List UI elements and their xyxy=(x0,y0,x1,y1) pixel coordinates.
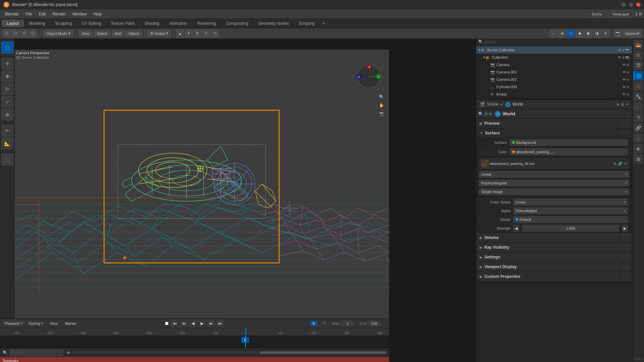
extension-dropdown[interactable]: Single Image ▾ xyxy=(479,188,629,195)
world-name-label[interactable]: World xyxy=(503,111,515,116)
grid-snap-btn[interactable]: ⌗ xyxy=(202,29,210,38)
hand-icon[interactable]: ✋ xyxy=(378,102,385,109)
outliner-item-empty[interactable]: ✛ Empty 👁 ⊕ xyxy=(476,90,632,98)
icon-toolbar-2[interactable]: ⬡ xyxy=(11,29,19,38)
object-mode-button[interactable]: Object Mode▾ xyxy=(43,30,73,37)
add-cube-tool[interactable]: ⬛ xyxy=(1,154,13,166)
icon-toolbar-4[interactable]: ⬡ xyxy=(29,29,37,38)
scene-selector[interactable]: Scene xyxy=(588,11,606,17)
prev-keyframe-btn[interactable]: ⏮ xyxy=(180,319,188,327)
scale-tool[interactable]: ⤢ xyxy=(1,96,13,108)
custom-props-pin[interactable]: ⋮⋮ xyxy=(622,275,629,279)
preview-header[interactable]: ▶ Preview ⋮⋮ xyxy=(476,119,632,128)
prop-search-icon[interactable]: 🔍 xyxy=(478,112,483,116)
navigation-gizmo[interactable]: Y -X Z xyxy=(356,63,382,90)
prop-layout-icon[interactable]: ⊞ xyxy=(484,112,488,116)
interpolation-dropdown[interactable]: Linear ▾ xyxy=(479,171,629,178)
rotate-tool[interactable]: ↻ xyxy=(1,83,13,95)
volume-header[interactable]: ▶ Volume ⋮⋮ xyxy=(476,233,632,242)
options-btn[interactable]: Options▾ xyxy=(623,29,641,38)
render-view-btn[interactable]: ◑ xyxy=(593,29,601,38)
solid-btn[interactable]: ◆ xyxy=(576,29,584,38)
prop-icon-output[interactable]: 📤 xyxy=(634,40,643,49)
settings-pin[interactable]: ⋮⋮ xyxy=(622,255,629,259)
custom-props-header[interactable]: ▶ Custom Properties ⋮⋮ xyxy=(476,272,632,281)
prop-nav-copy-icon[interactable]: ⊕ xyxy=(616,102,620,107)
start-value[interactable]: 1 xyxy=(341,321,354,326)
prop-icon-data[interactable]: △ xyxy=(634,133,643,143)
camera-view-btn[interactable]: 📷 xyxy=(614,29,622,38)
preview-pin-icon[interactable]: ⋮⋮ xyxy=(622,122,629,125)
timeline-tracks[interactable]: 0 xyxy=(0,336,389,348)
tab-rendering[interactable]: Rendering xyxy=(192,20,221,27)
menu-help[interactable]: Help xyxy=(90,11,105,17)
surface-pin-icon[interactable]: ⋮⋮ xyxy=(622,131,629,135)
menu-file[interactable]: File xyxy=(22,11,35,17)
prop-icon-physics[interactable]: ⚗ xyxy=(634,113,643,122)
xray-toggle[interactable]: ◈ xyxy=(558,29,566,38)
transform-global-button[interactable]: ⊕Global▾ xyxy=(147,30,171,37)
curve-btn[interactable]: 〜 xyxy=(211,29,219,38)
prop-icon-texture[interactable]: ▦ xyxy=(634,154,643,164)
vector-value[interactable]: Default xyxy=(513,216,628,223)
volume-pin[interactable]: ⋮⋮ xyxy=(622,236,629,240)
jump-end-btn[interactable]: ⏭ xyxy=(216,319,224,327)
surface-header[interactable]: ▼ Surface ⋮⋮ xyxy=(476,128,632,138)
select-menu-button[interactable]: Select xyxy=(94,31,110,37)
image-filename[interactable]: abandoned_parking_4k.exr xyxy=(490,162,612,166)
timeline-search-input[interactable]: Search xyxy=(10,349,63,356)
alpha-dropdown[interactable]: Premultiplied ▾ xyxy=(513,207,628,214)
vp-display-pin[interactable]: ⋮⋮ xyxy=(622,265,629,269)
prop-icon-constraints[interactable]: 🔗 xyxy=(634,123,643,132)
image-browse-icon[interactable]: ⊕ xyxy=(613,162,616,166)
prop-copy-icon[interactable]: ⊕ xyxy=(489,112,492,116)
prop-icon-view-layer[interactable]: ⊞ xyxy=(634,50,643,60)
current-frame-counter[interactable]: 0 xyxy=(310,321,317,326)
minimize-button[interactable]: ─ xyxy=(621,2,626,7)
projection-dropdown[interactable]: Equirectangular ▾ xyxy=(479,180,629,186)
next-keyframe-btn[interactable]: ⏭ xyxy=(207,319,215,327)
icon-toolbar-3[interactable]: ⬡ xyxy=(20,29,28,38)
add-workspace-button[interactable]: + xyxy=(320,19,328,27)
outliner-item-camera002[interactable]: 📷 Camera.002 👁 ⊕ xyxy=(476,76,632,83)
measure-tool[interactable]: 📐 xyxy=(1,137,13,149)
keying-dropdown[interactable]: Keying ▾ xyxy=(27,321,45,326)
maximize-button[interactable]: □ xyxy=(629,2,633,7)
strength-value[interactable]: 1.000 xyxy=(522,225,619,232)
search-icon-timeline[interactable]: 🔍 xyxy=(3,350,8,355)
tab-shading[interactable]: Shading xyxy=(140,20,164,27)
outliner-item-collection[interactable]: ▼ ▣ Collection 👁 ⊕ 📷 xyxy=(476,54,632,61)
prop-icon-scene[interactable]: 🎬 xyxy=(634,61,643,70)
end-value[interactable]: 240 xyxy=(368,321,381,326)
prop-icon-material[interactable]: ◉ xyxy=(634,144,643,153)
prop-icon-object[interactable]: ⬡ xyxy=(634,81,643,91)
jump-start-btn[interactable]: ⏮ xyxy=(171,319,179,327)
scroll-left-icon[interactable]: ◀ xyxy=(67,350,69,355)
playback-dropdown[interactable]: Playback ▾ xyxy=(3,321,25,326)
menu-blender[interactable]: Blender xyxy=(2,11,22,17)
menu-render[interactable]: Render xyxy=(49,11,69,17)
nav-label-scene[interactable]: Scene xyxy=(487,102,498,107)
annotate-tool[interactable]: ✏ xyxy=(1,125,13,137)
viewport-display-header[interactable]: ▶ Viewport Display ⋮⋮ xyxy=(476,262,632,272)
prop-nav-close-icon[interactable]: ✕ xyxy=(626,102,629,107)
scroll-bar-timeline[interactable] xyxy=(71,351,386,354)
strength-increase[interactable]: ▶ xyxy=(622,225,628,232)
view-menu-button[interactable]: View xyxy=(78,31,93,37)
play-backwards-btn[interactable]: ◀ xyxy=(189,319,197,327)
tab-compositing[interactable]: Compositing xyxy=(221,20,254,27)
outliner-item-camera[interactable]: 📷 Camera 👁 ⊕ xyxy=(476,61,632,68)
settings-icon[interactable]: ⚙ xyxy=(639,12,642,16)
ray-visibility-header[interactable]: ▶ Ray Visibility ⋮⋮ xyxy=(476,243,632,252)
move-tool[interactable]: ✥ xyxy=(1,70,13,82)
ray-vis-pin[interactable]: ⋮⋮ xyxy=(622,246,629,249)
tab-geometry-nodes[interactable]: Geometry Nodes xyxy=(253,20,294,27)
settings-header[interactable]: ▶ Settings ⋮⋮ xyxy=(476,252,632,262)
prop-icon-particles[interactable]: · xyxy=(634,102,643,112)
prop-icon-world[interactable]: 🌐 xyxy=(634,71,643,80)
outliner-item-cylinder003[interactable]: △ Cylinder.003 👁 ⊕ xyxy=(476,83,632,90)
transform-pivot-btn[interactable]: ▲ xyxy=(176,29,184,38)
image-unlink-icon[interactable]: ✕ xyxy=(624,162,627,166)
icon-toolbar-1[interactable]: ⬡ xyxy=(3,29,11,38)
wireframe-btn[interactable]: ⬡ xyxy=(567,29,575,38)
